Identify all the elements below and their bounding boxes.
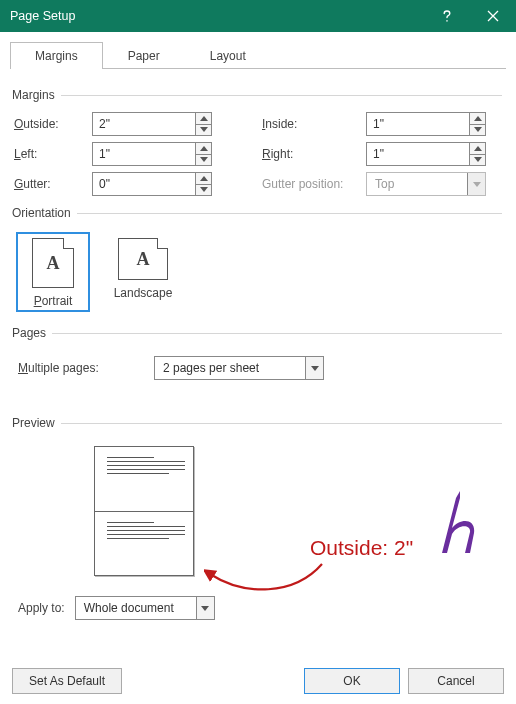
inside-spin-up[interactable] — [470, 113, 485, 125]
tab-paper[interactable]: Paper — [103, 42, 185, 69]
combo-multiple-pages[interactable]: 2 pages per sheet — [154, 356, 324, 380]
outside-spin-down[interactable] — [196, 125, 211, 136]
orientation-portrait[interactable]: A Portrait — [18, 234, 88, 310]
group-pages-legend: Pages — [12, 326, 52, 340]
landscape-icon: A — [118, 238, 168, 280]
input-outside[interactable] — [92, 112, 212, 136]
input-gutter[interactable] — [92, 172, 212, 196]
group-margins: Margins Outside: Inside: — [14, 88, 502, 196]
combo-gutter-position-value: Top — [367, 173, 467, 195]
input-right-field[interactable] — [367, 143, 469, 165]
title-bar: Page Setup — [0, 0, 516, 32]
preview-page-top — [95, 447, 193, 512]
preview-page — [94, 446, 194, 576]
input-left-field[interactable] — [93, 143, 195, 165]
close-button[interactable] — [470, 0, 516, 32]
tab-layout[interactable]: Layout — [185, 42, 271, 69]
input-inside[interactable] — [366, 112, 486, 136]
portrait-label: Portrait — [34, 294, 73, 308]
input-outside-field[interactable] — [93, 113, 195, 135]
combo-gutter-position-btn — [467, 173, 485, 195]
set-default-button[interactable]: Set As Default — [12, 668, 122, 694]
ok-button[interactable]: OK — [304, 668, 400, 694]
preview-page-bottom — [95, 512, 193, 576]
cancel-button[interactable]: Cancel — [408, 668, 504, 694]
window-title: Page Setup — [10, 9, 424, 23]
inside-spin-down[interactable] — [470, 125, 485, 136]
portrait-icon: A — [32, 238, 74, 288]
tab-layout-label: Layout — [210, 49, 246, 63]
orientation-landscape[interactable]: A Landscape — [108, 234, 178, 310]
left-spin-down[interactable] — [196, 155, 211, 166]
left-spin-up[interactable] — [196, 143, 211, 155]
landscape-label: Landscape — [114, 286, 173, 300]
right-spin-down[interactable] — [470, 155, 485, 166]
tab-margins[interactable]: Margins — [10, 42, 103, 69]
group-preview: Preview — [14, 416, 502, 582]
input-right[interactable] — [366, 142, 486, 166]
input-left[interactable] — [92, 142, 212, 166]
tab-margins-label: Margins — [35, 49, 78, 63]
button-bar: Set As Default OK Cancel — [6, 668, 510, 694]
logo-h-icon — [430, 488, 486, 558]
combo-apply-to-btn[interactable] — [196, 597, 214, 619]
group-orientation-legend: Orientation — [12, 206, 77, 220]
gutter-spin-down[interactable] — [196, 185, 211, 196]
combo-multiple-pages-value: 2 pages per sheet — [155, 357, 305, 379]
tabs: Margins Paper Layout — [0, 32, 516, 69]
tab-paper-label: Paper — [128, 49, 160, 63]
label-left: Left: — [14, 147, 88, 161]
label-gutter: Gutter: — [14, 177, 88, 191]
combo-multiple-pages-btn[interactable] — [305, 357, 323, 379]
combo-apply-to[interactable]: Whole document — [75, 596, 215, 620]
label-gutter-position: Gutter position: — [262, 177, 362, 191]
group-pages: Pages Multiple pages: 2 pages per sheet — [14, 326, 502, 386]
combo-apply-to-value: Whole document — [76, 597, 196, 619]
outside-spin-up[interactable] — [196, 113, 211, 125]
label-inside: Inside: — [262, 117, 362, 131]
gutter-spin-up[interactable] — [196, 173, 211, 185]
group-orientation: Orientation A Portrait A Landscape — [14, 206, 502, 316]
input-inside-field[interactable] — [367, 113, 469, 135]
label-right: Right: — [262, 147, 362, 161]
annotation-outside: Outside: 2" — [310, 536, 413, 560]
group-preview-legend: Preview — [12, 416, 61, 430]
group-margins-legend: Margins — [12, 88, 61, 102]
combo-gutter-position: Top — [366, 172, 486, 196]
input-gutter-field[interactable] — [93, 173, 195, 195]
label-outside: Outside: — [14, 117, 88, 131]
right-spin-up[interactable] — [470, 143, 485, 155]
help-button[interactable] — [424, 0, 470, 32]
label-multiple-pages: Multiple pages: — [18, 361, 138, 375]
label-apply-to: Apply to: — [18, 601, 65, 615]
